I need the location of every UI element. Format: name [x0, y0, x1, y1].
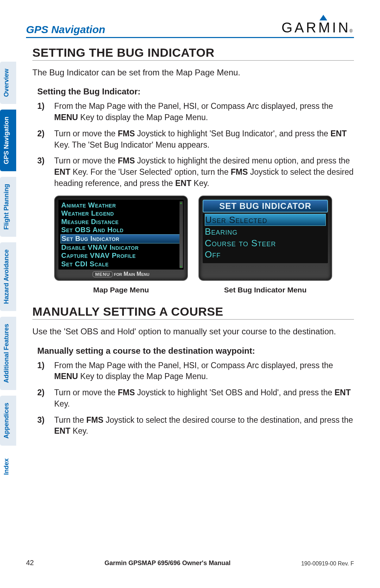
menu-item: Capture VNAV Profile: [61, 252, 182, 260]
tab-index[interactable]: Index: [0, 451, 16, 482]
heading-bug-indicator: SETTING THE BUG INDICATOR: [32, 46, 354, 61]
tab-gps-navigation[interactable]: GPS Navigation: [0, 110, 16, 171]
step-text: From the Map Page with the Panel, HSI, o…: [54, 101, 354, 123]
caption-map-menu: Map Page Menu: [54, 286, 188, 294]
screenshot-row: Animate Weather Weather Legend Measure D…: [32, 196, 354, 281]
step-num: 3): [37, 155, 48, 189]
menu-item: Set CDI Scale: [61, 260, 182, 268]
side-tab-bar: Overview GPS Navigation Flight Planning …: [0, 62, 16, 482]
tab-flight-planning[interactable]: Flight Planning: [0, 177, 16, 237]
page-content: SETTING THE BUG INDICATOR The Bug Indica…: [32, 46, 354, 442]
sbi-option-selected: User Selected: [205, 214, 326, 226]
map-page-menu-screen: Animate Weather Weather Legend Measure D…: [54, 196, 188, 281]
menu-item: Animate Weather: [61, 201, 182, 210]
step-num: 1): [37, 101, 48, 123]
tab-hazard-avoidance[interactable]: Hazard Avoidance: [0, 242, 16, 311]
tab-additional-features[interactable]: Additional Features: [0, 317, 16, 390]
tab-appendices[interactable]: Appendices: [0, 396, 16, 446]
step: 3) Turn or move the FMS Joystick to high…: [37, 155, 354, 189]
menu-item: Set OBS and Hold: [61, 226, 182, 234]
garmin-logo: GARMIN ®: [281, 20, 354, 36]
menu-item: Disable VNAV Indicator: [61, 243, 182, 252]
page-footer: 42 Garmin GPSMAP 695/696 Owner's Manual …: [26, 559, 354, 567]
steps-bug: 1) From the Map Page with the Panel, HSI…: [37, 101, 354, 189]
caption-row: Map Page Menu Set Bug Indicator Menu: [32, 286, 354, 294]
step: 3) Turn the FMS Joystick to select the d…: [37, 415, 354, 437]
menu-list: Animate Weather Weather Legend Measure D…: [58, 200, 184, 270]
manual-title: Garmin GPSMAP 695/696 Owner's Manual: [104, 559, 230, 567]
intro-bug: The Bug Indicator can be set from the Ma…: [32, 67, 354, 78]
revision-label: 190-00919-00 Rev. F: [301, 561, 354, 567]
menu-item: Weather Legend: [61, 209, 182, 218]
step: 1) From the Map Page with the Panel, HSI…: [37, 101, 354, 123]
intro-course: Use the 'Set OBS and Hold' option to man…: [32, 326, 354, 337]
page-number: 42: [26, 559, 34, 567]
caption-sbi-menu: Set Bug Indicator Menu: [198, 286, 332, 294]
registered-icon: ®: [349, 29, 355, 33]
step: 2) Turn or move the FMS Joystick to high…: [37, 387, 354, 409]
step-num: 3): [37, 415, 48, 437]
subheading-course: Manually setting a course to the destina…: [37, 346, 354, 356]
sbi-options: User Selected Bearing Course to Steer Of…: [203, 213, 328, 263]
step-text: Turn the FMS Joystick to select the desi…: [54, 415, 354, 437]
logo-text: GARMIN: [281, 20, 350, 36]
page-header: GPS Navigation GARMIN ®: [26, 20, 354, 38]
sbi-option: Bearing: [205, 226, 326, 237]
device-footer: MENUfor Main Menu: [58, 271, 184, 277]
scrollbar-icon: [179, 201, 183, 268]
step-text: Turn or move the FMS Joystick to highlig…: [54, 155, 354, 189]
section-title: GPS Navigation: [26, 24, 105, 36]
step: 2) Turn or move the FMS Joystick to high…: [37, 128, 354, 150]
step-text: Turn or move the FMS Joystick to highlig…: [54, 128, 354, 150]
step-text: From the Map Page with the Panel, HSI, o…: [54, 360, 354, 382]
subheading-bug: Setting the Bug Indicator:: [37, 87, 354, 97]
heading-manual-course: MANUALLY SETTING A COURSE: [32, 305, 354, 320]
step-num: 2): [37, 387, 48, 409]
menu-item: Measure Distance: [61, 218, 182, 226]
step-text: Turn or move the FMS Joystick to highlig…: [54, 387, 354, 409]
sbi-title: SET BUG INDICATOR: [203, 200, 328, 212]
step-num: 1): [37, 360, 48, 382]
step: 1) From the Map Page with the Panel, HSI…: [37, 360, 354, 382]
sbi-option: Off: [205, 249, 326, 260]
tab-overview[interactable]: Overview: [0, 62, 16, 104]
menu-key-icon: MENU: [93, 271, 112, 277]
set-bug-indicator-screen: SET BUG INDICATOR User Selected Bearing …: [198, 196, 332, 281]
menu-item-selected: Set Bug Indicator: [61, 234, 182, 243]
sbi-option: Course to Steer: [205, 237, 326, 249]
step-num: 2): [37, 128, 48, 150]
garmin-triangle-icon: [319, 15, 327, 20]
steps-course: 1) From the Map Page with the Panel, HSI…: [37, 360, 354, 437]
